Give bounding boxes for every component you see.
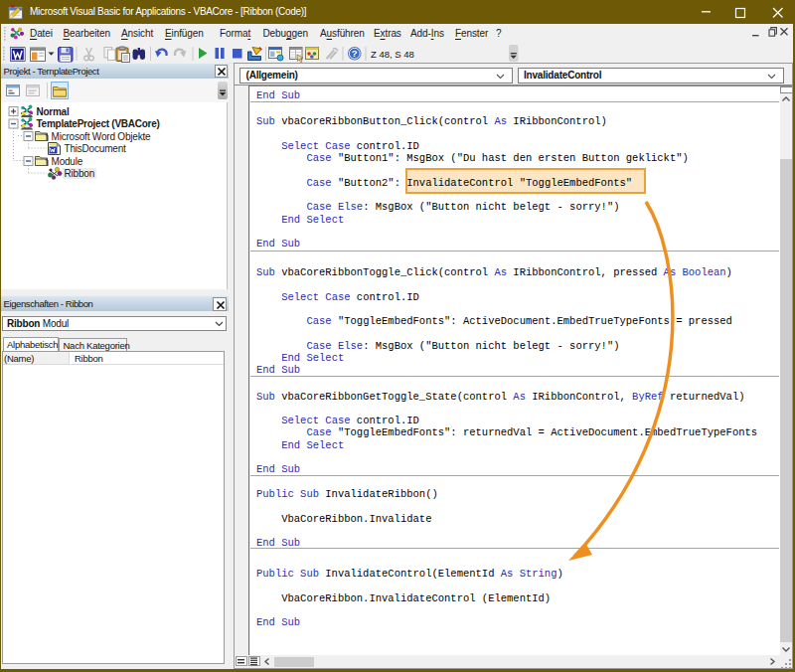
svg-text:Z 48, S 48: Z 48, S 48 bbox=[371, 49, 414, 60]
svg-text:?: ? bbox=[352, 48, 358, 59]
